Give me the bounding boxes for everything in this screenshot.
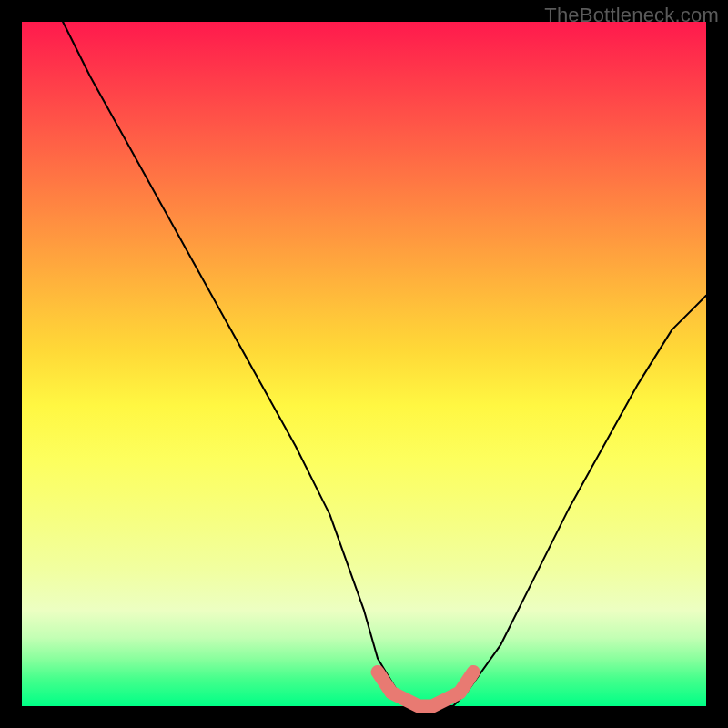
watermark-text: TheBottleneck.com [544, 4, 719, 27]
chart-svg [0, 0, 728, 728]
bottleneck-curve [63, 22, 706, 706]
